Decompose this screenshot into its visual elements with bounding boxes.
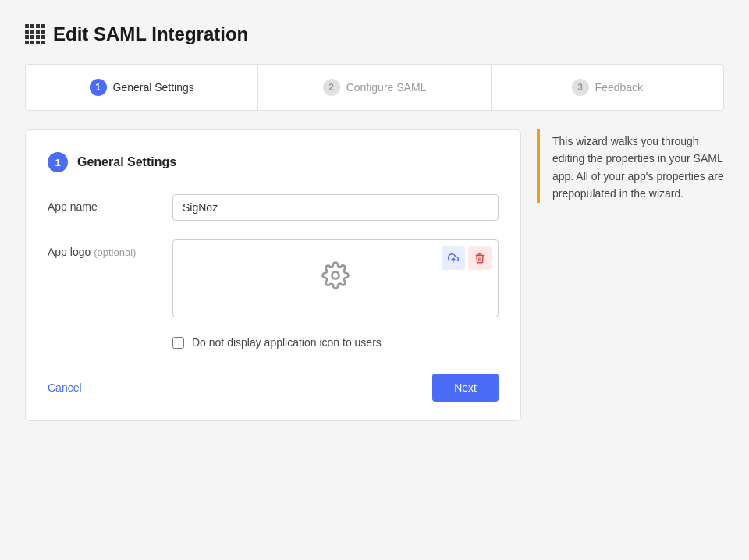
step-1[interactable]: 1 General Settings <box>26 65 258 110</box>
form-section-title: General Settings <box>77 155 176 169</box>
next-button[interactable]: Next <box>432 374 499 402</box>
form-card: 1 General Settings App name App logo (op… <box>25 129 521 421</box>
visibility-checkbox-area: Do not display application icon to users <box>172 336 382 349</box>
form-footer: Cancel Next <box>48 370 499 402</box>
step-3-label: Feedback <box>595 81 643 94</box>
visibility-checkbox[interactable] <box>172 337 184 349</box>
logo-upload-buttons <box>442 246 492 270</box>
gear-placeholder-icon <box>321 261 350 296</box>
app-logo-input-area <box>172 239 499 317</box>
app-logo-label: App logo (optional) <box>48 239 172 258</box>
step-2-label: Configure SAML <box>346 81 427 94</box>
step-1-number: 1 <box>90 79 107 96</box>
form-card-header: 1 General Settings <box>48 152 499 172</box>
step-1-label: General Settings <box>113 81 194 94</box>
grid-icon <box>25 24 45 44</box>
delete-logo-button[interactable] <box>468 246 492 270</box>
logo-upload-area[interactable] <box>172 239 499 317</box>
app-name-input-area <box>172 194 499 221</box>
step-3[interactable]: 3 Feedback <box>492 65 723 110</box>
svg-point-1 <box>332 272 339 279</box>
app-logo-field: App logo (optional) <box>48 239 499 317</box>
step-badge: 1 <box>48 152 68 172</box>
page-title: Edit SAML Integration <box>53 23 248 45</box>
sidebar-text: This wizard walks you through editing th… <box>552 133 724 203</box>
upload-icon <box>448 253 459 264</box>
app-visibility-field: Do not display application icon to users <box>48 336 499 349</box>
sidebar-info: This wizard walks you through editing th… <box>537 129 724 203</box>
upload-logo-button[interactable] <box>442 246 465 270</box>
delete-icon <box>474 253 485 264</box>
page-title-area: Edit SAML Integration <box>25 23 724 45</box>
content-area: 1 General Settings App name App logo (op… <box>25 129 724 421</box>
visibility-checkbox-label[interactable]: Do not display application icon to users <box>192 336 382 349</box>
app-name-field: App name <box>48 194 499 221</box>
step-2[interactable]: 2 Configure SAML <box>258 65 491 110</box>
steps-nav: 1 General Settings 2 Configure SAML 3 Fe… <box>25 64 724 111</box>
cancel-button[interactable]: Cancel <box>48 381 82 394</box>
step-3-number: 3 <box>572 79 589 96</box>
app-name-input[interactable] <box>172 194 499 221</box>
app-name-label: App name <box>48 194 172 213</box>
step-2-number: 2 <box>323 79 340 96</box>
